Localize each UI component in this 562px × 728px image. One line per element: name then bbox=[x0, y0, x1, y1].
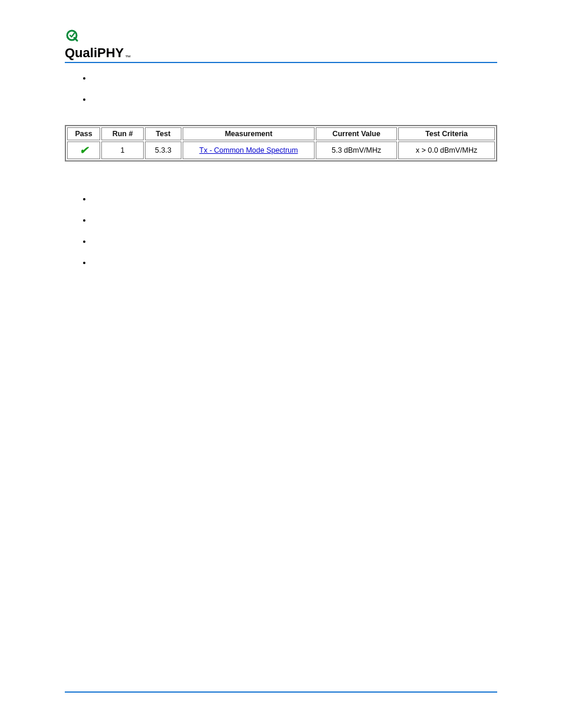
list-item bbox=[92, 216, 497, 228]
logo-text-wrap: QualiPHY ™ bbox=[65, 45, 497, 61]
spacer bbox=[65, 162, 497, 185]
col-header-test: Test bbox=[145, 127, 181, 140]
col-header-criteria: Test Criteria bbox=[398, 127, 495, 140]
cell-run: 1 bbox=[101, 141, 144, 159]
measurement-link[interactable]: Tx - Common Mode Spectrum bbox=[199, 146, 297, 154]
trademark: ™ bbox=[125, 54, 131, 61]
col-header-value: Current Value bbox=[316, 127, 397, 140]
table-row: ✔ 1 5.3.3 Tx - Common Mode Spectrum 5.3 … bbox=[67, 141, 495, 159]
top-bullet-list bbox=[65, 74, 497, 107]
pass-check-icon: ✔ bbox=[80, 144, 88, 156]
footer-rule bbox=[65, 691, 497, 693]
header: QualiPHY ™ bbox=[65, 29, 497, 63]
list-item bbox=[92, 74, 497, 85]
qualiphy-logo-icon bbox=[65, 37, 79, 45]
col-header-measurement: Measurement bbox=[183, 127, 315, 140]
cell-measurement: Tx - Common Mode Spectrum bbox=[183, 141, 315, 159]
cell-pass: ✔ bbox=[67, 141, 100, 159]
page: QualiPHY ™ Pass Run # Test Measurement C… bbox=[0, 0, 562, 728]
results-table: Pass Run # Test Measurement Current Valu… bbox=[65, 125, 497, 162]
list-item bbox=[92, 95, 497, 107]
col-header-run: Run # bbox=[101, 127, 144, 140]
col-header-pass: Pass bbox=[67, 127, 100, 140]
cell-criteria: x > 0.0 dBmV/MHz bbox=[398, 141, 495, 159]
logo: QualiPHY ™ bbox=[65, 29, 497, 61]
list-item bbox=[92, 237, 497, 249]
cell-test: 5.3.3 bbox=[145, 141, 181, 159]
bottom-bullet-list bbox=[65, 195, 497, 270]
logo-text: QualiPHY bbox=[65, 45, 124, 61]
table-header-row: Pass Run # Test Measurement Current Valu… bbox=[67, 127, 495, 140]
list-item bbox=[92, 258, 497, 270]
cell-value: 5.3 dBmV/MHz bbox=[316, 141, 397, 159]
list-item bbox=[92, 195, 497, 206]
